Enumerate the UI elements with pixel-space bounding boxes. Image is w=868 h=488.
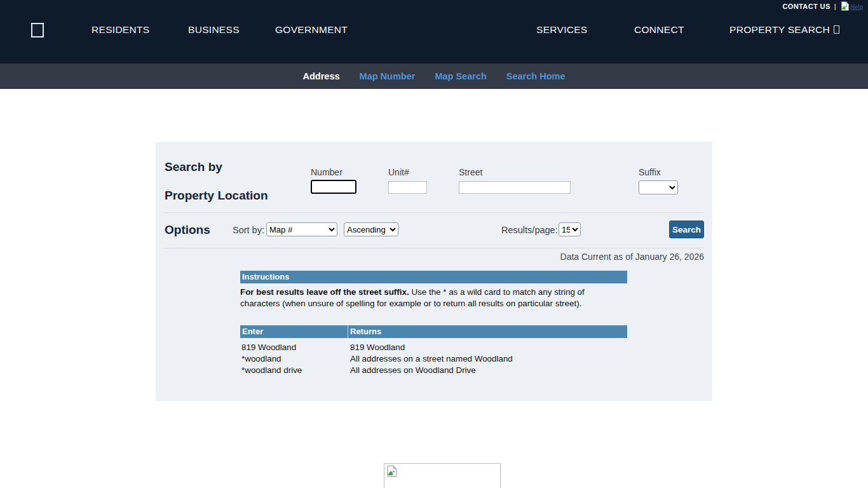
panel-title-line1: Search by xyxy=(165,160,222,174)
help-link-label: Help xyxy=(851,3,863,10)
number-input[interactable] xyxy=(311,180,356,194)
subnav-tab-map-search[interactable]: Map Search xyxy=(435,71,486,81)
subnav-tab-address[interactable]: Address xyxy=(303,71,340,81)
suffix-select[interactable] xyxy=(639,180,678,194)
search-button[interactable]: Search xyxy=(669,220,704,238)
examples-table-body: 819 Woodland 819 Woodland *woodland All … xyxy=(240,342,627,376)
table-row: 819 Woodland 819 Woodland xyxy=(240,342,627,353)
street-label: Street xyxy=(459,167,482,177)
broken-image-icon xyxy=(840,1,850,11)
number-label: Number xyxy=(311,167,342,177)
returns-cell: All addresses on a street named Woodland xyxy=(349,353,627,365)
table-row: *woodland All addresses on a street name… xyxy=(240,353,627,365)
nav-item-services[interactable]: SERVICES xyxy=(536,24,588,36)
returns-column-header: Returns xyxy=(348,325,627,338)
table-row: *woodland drive All addresses on Woodlan… xyxy=(240,365,627,376)
instructions-bold-text: For best results leave off the street su… xyxy=(240,287,409,297)
enter-column-header: Enter xyxy=(240,325,348,338)
contact-row: CONTACT US | Help xyxy=(782,1,863,11)
divider xyxy=(165,248,703,248)
contact-us-link[interactable]: CONTACT US xyxy=(782,3,830,10)
divider xyxy=(165,212,703,213)
nav-item-property-search-label: PROPERTY SEARCH xyxy=(729,24,830,35)
sort-by-label: Sort by: xyxy=(233,225,264,235)
nav-item-government[interactable]: GOVERNMENT xyxy=(275,24,348,36)
enter-cell: *woodland xyxy=(240,353,349,365)
search-subnav: Address Map Number Map Search Search Hom… xyxy=(0,64,868,89)
nav-item-business[interactable]: BUSINESS xyxy=(188,24,240,36)
results-per-page-label: Results/page: xyxy=(501,225,558,235)
help-link[interactable]: Help xyxy=(840,1,863,11)
subnav-tab-map-number[interactable]: Map Number xyxy=(360,71,416,81)
results-per-page-select[interactable]: 15 xyxy=(559,222,581,236)
returns-cell: 819 Woodland xyxy=(349,342,627,353)
nav-item-property-search[interactable]: PROPERTY SEARCH xyxy=(729,24,839,36)
panel-title-line2: Property Location xyxy=(165,189,268,203)
returns-cell: All addresses on Woodland Drive xyxy=(349,365,627,376)
options-heading: Options xyxy=(165,223,210,237)
unit-input[interactable] xyxy=(388,181,427,194)
instructions-body: For best results leave off the street su… xyxy=(240,287,621,309)
data-current-text: Data Current as of January 26, 2026 xyxy=(560,252,704,262)
unit-label: Unit# xyxy=(388,167,409,177)
enter-cell: *woodland drive xyxy=(240,365,349,376)
site-logo-placeholder[interactable] xyxy=(31,23,44,37)
enter-cell: 819 Woodland xyxy=(240,342,349,353)
instructions-header: Instructions xyxy=(240,271,627,283)
street-input[interactable] xyxy=(459,181,571,194)
subnav-tab-search-home[interactable]: Search Home xyxy=(506,71,566,81)
sort-field-select[interactable]: Map # xyxy=(266,222,337,236)
examples-table: Enter Returns 819 Woodland 819 Woodland … xyxy=(240,325,627,376)
missing-glyph-box xyxy=(834,25,839,34)
property-search-panel: Search by Property Location Number Unit#… xyxy=(156,142,712,401)
contact-separator: | xyxy=(834,3,836,10)
nav-item-residents[interactable]: RESIDENTS xyxy=(92,24,149,36)
broken-image-icon xyxy=(386,465,398,478)
footer-broken-image xyxy=(384,463,501,488)
suffix-label: Suffix xyxy=(639,167,661,177)
examples-table-header: Enter Returns xyxy=(240,325,627,338)
nav-item-connect[interactable]: CONNECT xyxy=(634,24,684,36)
sort-direction-select[interactable]: Ascending xyxy=(344,222,398,236)
site-header: CONTACT US | Help RESIDENTS BUSINESS GOV… xyxy=(0,0,868,64)
